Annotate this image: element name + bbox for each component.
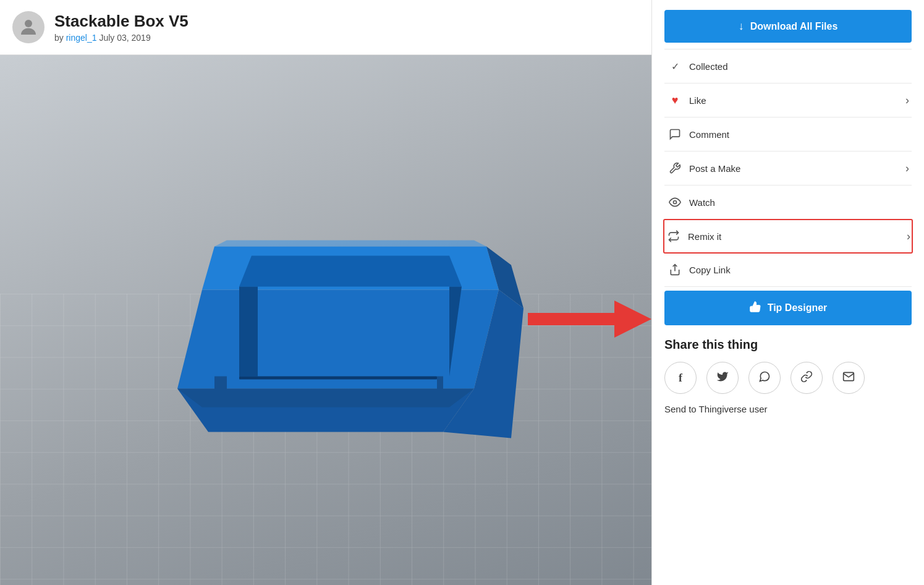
heart-icon: ♥ [667,92,683,108]
tip-icon [749,301,761,315]
comment-label: Comment [689,129,909,140]
send-label: Send to Thingiverse user [664,404,912,414]
watch-icon [667,194,683,210]
page-title: Stackable Box V5 [54,12,189,31]
link-icon [800,370,813,386]
comment-icon [667,126,683,142]
copy-link-label: Copy Link [689,265,909,275]
share-title: Share this thing [664,338,912,352]
post-make-label: Post a Make [689,163,905,174]
email-icon [842,370,855,386]
check-icon: ✓ [667,58,683,74]
whatsapp-icon [758,370,771,386]
comment-item[interactable]: Comment [664,117,912,152]
tip-label: Tip Designer [768,302,828,314]
twitter-icon [716,370,729,386]
download-label: Download All Files [750,21,838,32]
remix-arrow: › [907,230,910,243]
email-share-button[interactable] [833,362,865,394]
publish-date: July 03, 2019 [99,33,150,43]
avatar [12,11,45,43]
remix-icon [666,228,682,244]
post-make-icon [667,160,683,176]
sidebar: ↓ Download All Files ✓ Collected ♥ Like … [652,0,924,585]
tip-designer-button[interactable]: Tip Designer [664,291,912,325]
author-link[interactable]: ringel_1 [66,33,97,43]
download-all-button[interactable]: ↓ Download All Files [664,10,912,43]
model-image-area [0,55,651,585]
watch-label: Watch [689,197,909,208]
share-section: Share this thing f [664,338,912,414]
title-block: Stackable Box V5 by ringel_1 July 03, 20… [54,12,189,43]
svg-marker-8 [239,286,258,376]
like-label: Like [689,95,905,106]
download-icon: ↓ [739,20,744,33]
facebook-icon: f [679,372,682,385]
remix-item[interactable]: Remix it › [663,219,913,254]
thing-header: Stackable Box V5 by ringel_1 July 03, 20… [0,0,651,55]
twitter-share-button[interactable] [706,362,739,394]
render-container [0,55,651,585]
action-list: ✓ Collected ♥ Like › Comment [664,49,912,287]
copy-link-item[interactable]: Copy Link [664,253,912,287]
share-icons: f [664,362,912,394]
link-share-button[interactable] [790,362,823,394]
like-arrow: › [905,94,909,107]
thing-meta: by ringel_1 July 03, 2019 [54,33,189,43]
3d-box [116,166,536,463]
facebook-share-button[interactable]: f [664,362,697,394]
copy-link-icon [667,262,683,278]
svg-rect-11 [239,376,437,379]
by-label: by [54,33,64,43]
collected-item[interactable]: ✓ Collected [664,49,912,83]
post-make-arrow: › [905,162,909,175]
remix-label: Remix it [688,231,907,242]
svg-marker-12 [214,240,486,246]
svg-point-0 [25,20,32,27]
watch-item[interactable]: Watch [664,186,912,220]
svg-point-14 [674,201,677,204]
page-layout: Stackable Box V5 by ringel_1 July 03, 20… [0,0,924,585]
collected-label: Collected [689,61,909,72]
main-content: Stackable Box V5 by ringel_1 July 03, 20… [0,0,652,585]
post-make-item[interactable]: Post a Make › [664,152,912,186]
whatsapp-share-button[interactable] [748,362,781,394]
like-item[interactable]: ♥ Like › [664,83,912,117]
svg-marker-7 [239,255,462,286]
